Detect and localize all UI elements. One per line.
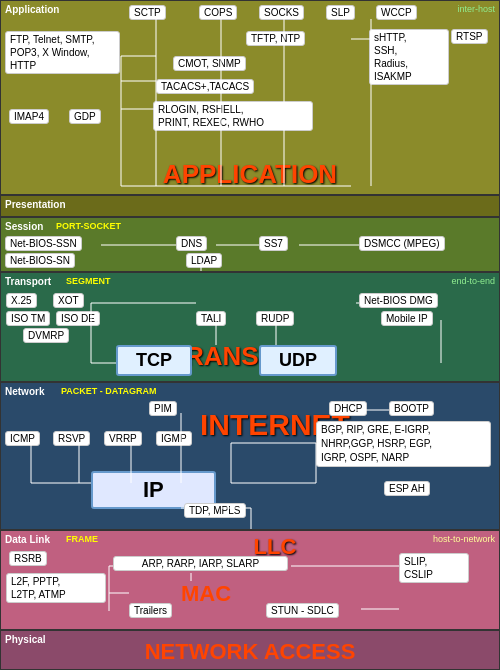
imap4-box: IMAP4 (9, 109, 49, 124)
network-label: Network (5, 386, 44, 397)
application-big-label: APPLICATION (163, 159, 337, 190)
bgp-box: BGP, RIP, GRE, E-IGRP,NHRP,GGP, HSRP, EG… (316, 421, 491, 467)
session-layer: Session PORT-SOCKET Net-BIOS-SSN Net-BIO… (0, 217, 500, 272)
wccp-box: WCCP (376, 5, 417, 20)
udp-box: UDP (259, 345, 337, 376)
mobile-ip-box: Mobile IP (381, 311, 433, 326)
rsrb-box: RSRB (9, 551, 47, 566)
dsmcc-box: DSMCC (MPEG) (359, 236, 445, 251)
end-to-end-label: end-to-end (451, 276, 495, 286)
rtsp-box: RTSP (451, 29, 488, 44)
trailers-box: Trailers (129, 603, 172, 618)
physical-label: Physical (5, 634, 46, 645)
application-label: Application (5, 4, 59, 15)
sctp-box: SCTP (129, 5, 166, 20)
pim-box: PIM (149, 401, 177, 416)
datalink-label: Data Link (5, 534, 50, 545)
tcp-box: TCP (116, 345, 192, 376)
slip-box: SLIP,CSLIP (399, 553, 469, 583)
icmp-box: ICMP (5, 431, 40, 446)
shttp-box: sHTTP,SSH,Radius,ISAKMP (369, 29, 449, 85)
gdp-box: GDP (69, 109, 101, 124)
tdp-mpls-box: TDP, MPLS (184, 503, 246, 518)
l2f-box: L2F, PPTP,L2TP, ATMP (6, 573, 106, 603)
x25-box: X.25 (6, 293, 37, 308)
tali-box: TALI (196, 311, 226, 326)
session-label: Session (5, 221, 43, 232)
tftp-box: TFTP, NTP (246, 31, 305, 46)
iso-tm-box: ISO TM (6, 311, 50, 326)
presentation-layer: Presentation (0, 195, 500, 217)
iso-de-box: ISO DE (56, 311, 100, 326)
ldap-box: LDAP (186, 253, 222, 268)
network-layer: Network PACKET - DATAGRAM INTERNET PIM D… (0, 382, 500, 530)
host-to-network-label: host-to-network (433, 534, 495, 544)
socks-box: SOCKS (259, 5, 304, 20)
datalink-layer: Data Link FRAME host-to-network LLC RSRB… (0, 530, 500, 630)
physical-layer: Physical NETWORK ACCESS (0, 630, 500, 670)
bootp-box: BOOTP (389, 401, 434, 416)
stun-sdlc-box: STUN - SDLC (266, 603, 339, 618)
netbios-sn-box: Net-BIOS-SN (5, 253, 75, 268)
rudp-box: RUDP (256, 311, 294, 326)
cops-box: COPS (199, 5, 237, 20)
network-access-big-label: NETWORK ACCESS (145, 639, 356, 665)
dvmrp-box: DVMRP (23, 328, 69, 343)
inter-host-label: inter-host (457, 4, 495, 14)
ftp-box: FTP, Telnet, SMTP,POP3, X Window,HTTP (5, 31, 120, 74)
netbios-dmg-box: Net-BIOS DMG (359, 293, 438, 308)
netbios-ssn-box: Net-BIOS-SSN (5, 236, 82, 251)
frame-label: FRAME (66, 534, 98, 544)
application-layer: Application inter-host APPLICATION SCTP … (0, 0, 500, 195)
arp-box: ARP, RARP, IARP, SLARP (113, 556, 288, 571)
igmp-box: IGMP (156, 431, 192, 446)
mac-label: MAC (181, 581, 231, 607)
cmot-box: CMOT, SNMP (173, 56, 246, 71)
xot-box: XOT (53, 293, 84, 308)
transport-layer: Transport SEGMENT end-to-end TRANSPORT X… (0, 272, 500, 382)
port-socket-label: PORT-SOCKET (56, 221, 121, 231)
rlogin-box: RLOGIN, RSHELL,PRINT, REXEC, RWHO (153, 101, 313, 131)
transport-label: Transport (5, 276, 51, 287)
vrrp-box: VRRP (104, 431, 142, 446)
packet-label: PACKET - DATAGRAM (61, 386, 157, 396)
dhcp-box: DHCP (329, 401, 367, 416)
segment-label: SEGMENT (66, 276, 111, 286)
esp-ah-box: ESP AH (384, 481, 430, 496)
tacacs-box: TACACS+,TACACS (156, 79, 254, 94)
ss7-box: SS7 (259, 236, 288, 251)
slp-box: SLP (326, 5, 355, 20)
presentation-label: Presentation (5, 199, 66, 210)
rsvp-box: RSVP (53, 431, 90, 446)
dns-box: DNS (176, 236, 207, 251)
